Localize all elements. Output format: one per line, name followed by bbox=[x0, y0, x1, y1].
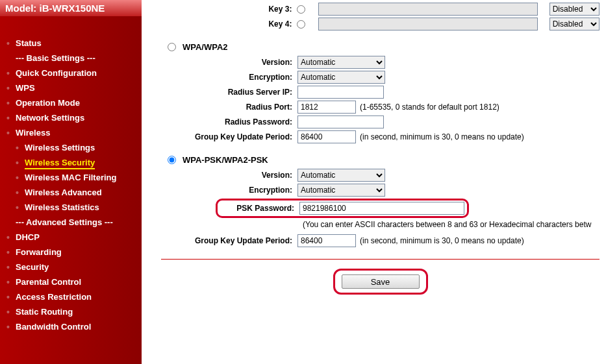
nav-wireless-mac-filtering[interactable]: Wireless MAC Filtering bbox=[6, 170, 142, 185]
wpa-group-key-input[interactable] bbox=[297, 130, 356, 143]
nav-basic-settings-header: --- Basic Settings --- bbox=[6, 51, 142, 66]
key3-radio[interactable] bbox=[297, 5, 305, 14]
key3-label: Key 3: bbox=[252, 5, 297, 14]
nav-wireless-statistics[interactable]: Wireless Statistics bbox=[6, 200, 142, 215]
wpa-group-key-note: (in second, minimum is 30, 0 means no up… bbox=[360, 132, 524, 141]
nav-wireless-security[interactable]: Wireless Security bbox=[6, 155, 142, 170]
key4-label: Key 4: bbox=[252, 19, 297, 29]
nav-parental-control[interactable]: Parental Control bbox=[6, 274, 142, 289]
nav-dhcp[interactable]: DHCP bbox=[6, 230, 142, 245]
wpa-version-select[interactable]: Automatic bbox=[297, 56, 385, 69]
key4-input[interactable] bbox=[318, 18, 537, 30]
wpa-radius-port-note: (1-65535, 0 stands for default port 1812… bbox=[360, 103, 499, 112]
psk-version-label: Version: bbox=[161, 171, 297, 180]
psk-group-key-input[interactable] bbox=[297, 234, 356, 247]
nav-wps[interactable]: WPS bbox=[6, 80, 142, 95]
save-button[interactable]: Save bbox=[342, 274, 420, 289]
psk-password-input[interactable] bbox=[299, 202, 464, 215]
nav-wireless-settings[interactable]: Wireless Settings bbox=[6, 140, 142, 155]
nav-bandwidth-control[interactable]: Bandwidth Control bbox=[6, 319, 142, 334]
nav-quick-configuration[interactable]: Quick Configuration bbox=[6, 66, 142, 80]
nav-forwarding[interactable]: Forwarding bbox=[6, 245, 142, 260]
key4-radio[interactable] bbox=[297, 20, 305, 29]
wpa-radius-port-label: Radius Port: bbox=[161, 103, 297, 112]
wpa-radius-password-label: Radius Password: bbox=[161, 117, 297, 127]
wpa-group-key-label: Group Key Update Period: bbox=[161, 132, 297, 141]
key4-status-select[interactable]: Disabled bbox=[549, 18, 600, 30]
nav-static-routing[interactable]: Static Routing bbox=[6, 304, 142, 319]
wpa-encryption-label: Encryption: bbox=[161, 73, 297, 82]
wpa-radio[interactable] bbox=[168, 43, 176, 51]
nav-wireless-advanced[interactable]: Wireless Advanced bbox=[6, 185, 142, 200]
wpa-version-label: Version: bbox=[161, 58, 297, 67]
save-highlight: Save bbox=[333, 269, 428, 295]
sidebar: Model: iB-WRX150NE Status --- Basic Sett… bbox=[0, 0, 142, 364]
divider bbox=[161, 259, 600, 260]
nav-operation-mode[interactable]: Operation Mode bbox=[6, 95, 142, 110]
psk-password-label: PSK Password: bbox=[220, 204, 299, 213]
wpa-radius-port-input[interactable] bbox=[297, 101, 356, 114]
wpa-radius-password-input[interactable] bbox=[297, 115, 384, 128]
wpa-encryption-select[interactable]: Automatic bbox=[297, 71, 385, 84]
psk-encryption-label: Encryption: bbox=[161, 186, 297, 195]
psk-version-select[interactable]: Automatic bbox=[297, 169, 385, 182]
nav-network-settings[interactable]: Network Settings bbox=[6, 110, 142, 125]
nav-status[interactable]: Status bbox=[6, 36, 142, 51]
nav-menu: Status --- Basic Settings --- Quick Conf… bbox=[0, 16, 142, 334]
psk-password-highlight: PSK Password: bbox=[216, 199, 469, 218]
psk-group-key-label: Group Key Update Period: bbox=[161, 236, 297, 245]
key3-status-select[interactable]: Disabled bbox=[549, 3, 600, 16]
wpa-title: WPA/WPA2 bbox=[183, 42, 228, 52]
psk-encryption-select[interactable]: Automatic bbox=[297, 184, 385, 197]
psk-radio[interactable] bbox=[168, 156, 176, 164]
key3-input[interactable] bbox=[318, 3, 537, 16]
wpa-radius-ip-label: Radius Server IP: bbox=[161, 88, 297, 97]
main-content: Key 3: Disabled Key 4: Disabled WPA/WPA2… bbox=[142, 0, 606, 364]
psk-password-note: (You can enter ASCII characters between … bbox=[303, 220, 600, 229]
model-label: Model: iB-WRX150NE bbox=[0, 0, 142, 16]
wpa-radius-ip-input[interactable] bbox=[297, 86, 384, 99]
nav-access-restriction[interactable]: Access Restriction bbox=[6, 289, 142, 304]
psk-title: WPA-PSK/WPA2-PSK bbox=[183, 155, 268, 165]
psk-group-key-note: (in second, minimum is 30, 0 means no up… bbox=[360, 236, 524, 245]
nav-advanced-settings-header: --- Advanced Settings --- bbox=[6, 215, 142, 230]
nav-wireless[interactable]: Wireless bbox=[6, 125, 142, 140]
nav-security[interactable]: Security bbox=[6, 260, 142, 274]
